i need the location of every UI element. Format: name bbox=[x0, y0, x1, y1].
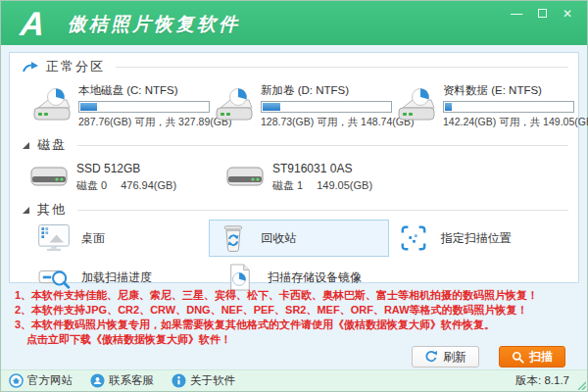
disk-size: 149.05(GB) bbox=[317, 179, 372, 191]
others-header[interactable]: 其他 bbox=[22, 200, 568, 220]
partition-capacity: 287.76(GB) 可用，共 327.89(GB) bbox=[78, 116, 212, 129]
expander-icon bbox=[22, 141, 30, 150]
scan-location-icon bbox=[396, 224, 431, 252]
partition-usage-bar bbox=[78, 101, 210, 113]
disk-sub: 磁盘 1149.05(GB) bbox=[272, 178, 372, 193]
about-software-link[interactable]: 关于软件 bbox=[172, 373, 235, 388]
disk-name: SSD 512GB bbox=[76, 162, 176, 175]
disk-info: SSD 512GB 磁盘 0476.94(GB) bbox=[76, 162, 176, 193]
refresh-label: 刷新 bbox=[443, 349, 466, 366]
footer-bar: 官方网站 联系客服 关于软件 版本: 8.1.7 bbox=[1, 369, 587, 391]
notes: 1、本软件支持佳能、尼康、索尼、三星、宾得、松下、卡西欧、奥林巴斯、富士等相机拍… bbox=[15, 288, 577, 347]
section-title-others: 其他 bbox=[37, 201, 67, 219]
item-desktop[interactable]: 桌面 bbox=[29, 220, 209, 257]
partition-row: 本地磁盘 (C: NTFS) 287.76(GB) 可用，共 327.89(GB… bbox=[22, 76, 568, 135]
close-button[interactable]: ✕ bbox=[558, 5, 577, 23]
divider bbox=[116, 67, 568, 68]
section-title-disks: 磁盘 bbox=[37, 136, 67, 154]
expander-icon bbox=[22, 206, 30, 215]
scan-label: 扫描 bbox=[529, 349, 553, 366]
disk-label: 磁盘 0 bbox=[76, 179, 107, 191]
item-label: 扫描存储设备镜像 bbox=[268, 270, 362, 286]
main-area: 正常分区 本地磁盘 (C: NTFS) 287.76(GB) 可 bbox=[1, 45, 587, 369]
partition-usage-bar bbox=[443, 101, 574, 113]
hard-disk-icon bbox=[29, 164, 69, 191]
partition-arrow-icon bbox=[22, 61, 39, 74]
action-buttons: 刷新 扫描 bbox=[412, 346, 565, 368]
note-line-1: 1、本软件支持佳能、尼康、索尼、三星、宾得、松下、卡西欧、奥林巴斯、富士等相机拍… bbox=[15, 288, 577, 303]
desktop-icon bbox=[36, 222, 72, 254]
maximize-icon bbox=[538, 9, 547, 18]
partition-info: 资料数据 (E: NTFS) 142.24(GB) 可用，共 149.05(GB… bbox=[443, 83, 576, 129]
refresh-button[interactable]: 刷新 bbox=[412, 346, 479, 368]
section-title-partitions: 正常分区 bbox=[46, 58, 105, 75]
titlebar: A 傲桔照片恢复软件 — ✕ bbox=[1, 1, 587, 45]
other-row-1: 桌面 回收站 bbox=[29, 220, 568, 257]
app-logo: A bbox=[19, 5, 47, 43]
device-panel: 正常分区 本地磁盘 (C: NTFS) 287.76(GB) 可 bbox=[9, 52, 579, 283]
partition-info: 新加卷 (D: NTFS) 128.73(GB) 可用，共 148.74(GB) bbox=[261, 83, 394, 129]
official-site-link[interactable]: 官方网站 bbox=[9, 373, 73, 388]
scan-button[interactable]: 扫描 bbox=[499, 346, 565, 368]
download-link[interactable]: 点击立即下载《傲桔数据恢复大师》软件！ bbox=[15, 332, 577, 347]
disk-row: SSD 512GB 磁盘 0476.94(GB) ST916031 0AS 磁盘… bbox=[22, 155, 568, 200]
disk-label: 磁盘 1 bbox=[272, 179, 303, 191]
partition-capacity: 128.73(GB) 可用，共 148.74(GB) bbox=[261, 116, 394, 129]
item-label: 加载扫描进度 bbox=[81, 270, 152, 286]
divider bbox=[77, 210, 568, 211]
contact-support-label: 联系客服 bbox=[109, 373, 154, 388]
home-icon bbox=[9, 373, 24, 388]
item-label: 回收站 bbox=[261, 230, 296, 247]
note-line-3: 3、本软件数码照片恢复专用，如果需要恢复其他格式的文件请使用《傲桔数据恢复大师》… bbox=[15, 318, 577, 332]
info-icon bbox=[172, 373, 186, 388]
disk-item-1[interactable]: ST916031 0AS 磁盘 1149.05(GB) bbox=[225, 155, 421, 200]
partition-usage-fill bbox=[445, 103, 452, 111]
maximize-button[interactable] bbox=[532, 5, 552, 23]
disk-info: ST916031 0AS 磁盘 1149.05(GB) bbox=[272, 162, 372, 193]
partition-name: 本地磁盘 (C: NTFS) bbox=[78, 83, 212, 98]
scan-magnifier-icon bbox=[512, 351, 524, 364]
item-recycle-bin[interactable]: 回收站 bbox=[209, 220, 388, 257]
headset-icon bbox=[90, 373, 105, 388]
recycle-bin-icon bbox=[216, 222, 251, 254]
hard-disk-icon bbox=[225, 164, 265, 191]
app-title: 傲桔照片恢复软件 bbox=[68, 12, 240, 37]
partition-usage-bar bbox=[261, 101, 392, 113]
drive-partition-icon bbox=[394, 87, 437, 124]
disk-name: ST916031 0AS bbox=[272, 162, 372, 175]
disks-header[interactable]: 磁盘 bbox=[22, 135, 568, 155]
partition-item-c[interactable]: 本地磁盘 (C: NTFS) 287.76(GB) 可用，共 327.89(GB… bbox=[29, 76, 212, 135]
partition-usage-fill bbox=[263, 103, 280, 111]
disk-sub: 磁盘 0476.94(GB) bbox=[76, 178, 176, 193]
partition-capacity: 142.24(GB) 可用，共 149.05(GB) bbox=[443, 116, 576, 129]
load-progress-icon bbox=[36, 264, 72, 291]
minimize-button[interactable]: — bbox=[507, 5, 526, 23]
item-scan-location[interactable]: 指定扫描位置 bbox=[389, 220, 568, 257]
partition-name: 新加卷 (D: NTFS) bbox=[261, 83, 394, 98]
partition-item-e[interactable]: 资料数据 (E: NTFS) 142.24(GB) 可用，共 149.05(GB… bbox=[394, 76, 576, 135]
resize-grip[interactable] bbox=[576, 380, 586, 390]
version-label: 版本: 8.1.7 bbox=[515, 373, 579, 388]
about-software-label: 关于软件 bbox=[190, 373, 235, 388]
partition-info: 本地磁盘 (C: NTFS) 287.76(GB) 可用，共 327.89(GB… bbox=[78, 83, 212, 129]
drive-partition-icon bbox=[212, 87, 255, 124]
refresh-icon bbox=[424, 350, 438, 364]
disk-item-0[interactable]: SSD 512GB 磁盘 0476.94(GB) bbox=[29, 155, 225, 200]
partition-usage-fill bbox=[80, 103, 97, 111]
partition-item-d[interactable]: 新加卷 (D: NTFS) 128.73(GB) 可用，共 148.74(GB) bbox=[212, 76, 394, 135]
window-controls: — ✕ bbox=[507, 5, 577, 23]
partition-name: 资料数据 (E: NTFS) bbox=[443, 83, 576, 98]
item-label: 桌面 bbox=[81, 230, 105, 247]
disk-size: 476.94(GB) bbox=[121, 179, 176, 191]
note-line-2: 2、本软件支持JPG、CR2、CRW、DNG、NEF、PEF、SR2、MEF、O… bbox=[15, 303, 577, 318]
drive-partition-icon bbox=[29, 87, 73, 124]
contact-support-link[interactable]: 联系客服 bbox=[90, 373, 154, 388]
divider bbox=[77, 145, 568, 146]
app-window: A 傲桔照片恢复软件 — ✕ 正常分区 bbox=[0, 0, 588, 392]
other-grid: 桌面 回收站 bbox=[22, 220, 568, 296]
official-site-label: 官方网站 bbox=[27, 373, 73, 388]
item-label: 指定扫描位置 bbox=[441, 230, 512, 247]
partitions-header[interactable]: 正常分区 bbox=[22, 57, 568, 76]
